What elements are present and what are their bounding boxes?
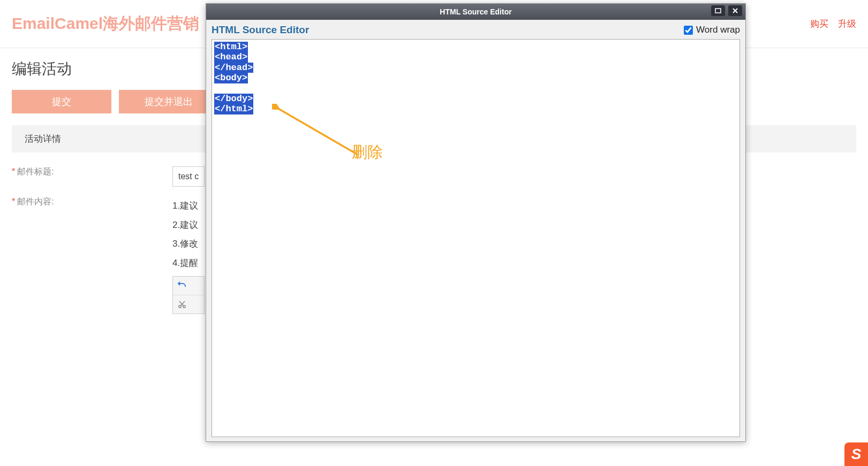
ime-letter: S [851, 446, 862, 463]
wordwrap-checkbox[interactable] [684, 26, 693, 35]
tip-item: 2.建议 [172, 216, 205, 235]
submit-button[interactable]: 提交 [12, 90, 111, 113]
submit-exit-button[interactable]: 提交并退出 [119, 90, 218, 113]
html-source-editor-dialog: HTML Source Editor HTML Source Editor Wo… [206, 3, 746, 442]
close-icon [732, 8, 738, 13]
top-links: 购买 升级 [810, 18, 856, 30]
tips-list: 1.建议 2.建议 3.修改 4.提醒 [172, 196, 205, 273]
code-line: </html> [214, 104, 253, 114]
subject-label: *邮件标题: [12, 166, 172, 178]
scissors-icon [178, 300, 186, 309]
buy-link[interactable]: 购买 [810, 18, 828, 30]
logo: EmailCamel海外邮件营销 [12, 13, 199, 35]
subject-input[interactable] [172, 166, 205, 187]
dialog-title: HTML Source Editor [440, 7, 511, 16]
dialog-subtitle: HTML Source Editor [212, 24, 309, 36]
cut-button[interactable] [173, 295, 191, 314]
dialog-header: HTML Source Editor Word wrap [212, 24, 740, 36]
content-label: *邮件内容: [12, 196, 172, 208]
maximize-icon [715, 8, 721, 13]
tip-item: 1.建议 [172, 196, 205, 216]
code-line: <html> [214, 42, 248, 52]
wordwrap-label: Word wrap [696, 25, 740, 35]
annotation-text: 删除 [352, 144, 383, 162]
tip-item: 4.提醒 [172, 254, 205, 273]
dialog-body: HTML Source Editor Word wrap <html> <hea… [206, 20, 745, 441]
code-line: </body> [214, 94, 253, 104]
dialog-titlebar[interactable]: HTML Source Editor [206, 4, 745, 20]
close-button[interactable] [728, 5, 742, 16]
maximize-button[interactable] [711, 5, 725, 16]
svg-line-3 [277, 108, 358, 155]
code-line: </head> [214, 63, 253, 73]
svg-rect-2 [715, 9, 721, 13]
undo-icon [178, 281, 186, 290]
ime-badge[interactable]: S [844, 442, 868, 466]
undo-button[interactable] [173, 277, 191, 295]
content-area: 1.建议 2.建议 3.修改 4.提醒 [172, 196, 205, 314]
wordwrap-control[interactable]: Word wrap [684, 25, 740, 35]
source-code-textarea[interactable]: <html> <head> </head> <body> </body> </h… [212, 39, 740, 437]
code-line: <body> [214, 73, 248, 83]
window-buttons [711, 5, 742, 16]
tip-item: 3.修改 [172, 234, 205, 254]
code-line: <head> [214, 52, 248, 62]
upgrade-link[interactable]: 升级 [838, 18, 856, 30]
editor-toolbar [172, 276, 205, 314]
